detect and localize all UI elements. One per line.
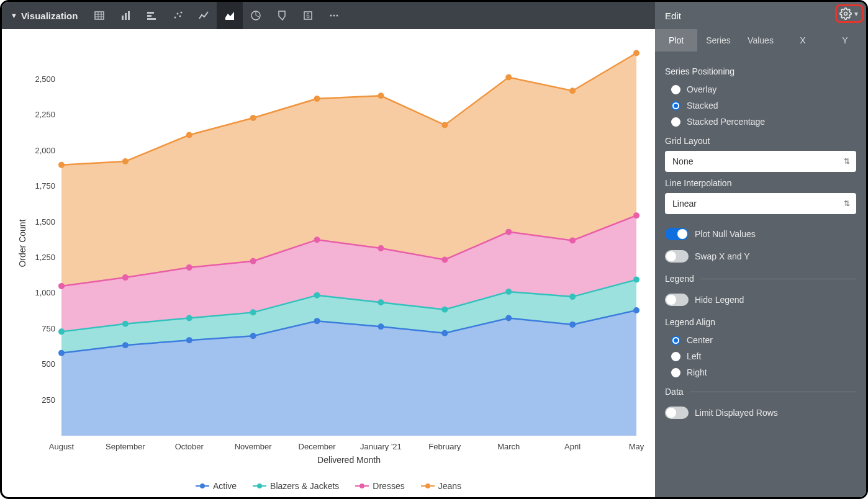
legend-align-right[interactable]: Right	[665, 364, 856, 380]
svg-point-49	[314, 236, 320, 243]
svg-text:May: May	[629, 442, 644, 451]
swap-xy-toggle[interactable]	[665, 250, 689, 263]
line-interpolation-select[interactable]: Linear ⇅	[665, 193, 856, 214]
legend-item-blazers-jackets[interactable]: Blazers & Jackets	[253, 481, 339, 491]
area-chart[interactable]: 2505007501,0001,2501,5001,7502,0002,2502…	[12, 35, 645, 476]
svg-text:1,000: 1,000	[35, 288, 55, 297]
svg-text:November: November	[235, 442, 273, 451]
svg-point-13	[179, 16, 181, 17]
svg-point-14	[181, 12, 183, 14]
series-pos-stacked[interactable]: Stacked	[665, 97, 856, 114]
hide-legend-toggle[interactable]	[665, 294, 689, 306]
svg-point-60	[377, 92, 384, 99]
svg-point-26	[122, 342, 129, 348]
edit-tab[interactable]: Edit	[655, 2, 866, 29]
radio-label: Left	[687, 351, 701, 361]
legend-align-left[interactable]: Left	[665, 348, 856, 364]
svg-text:February: February	[428, 442, 461, 451]
svg-point-11	[174, 17, 176, 19]
chart-legend: ActiveBlazers & JacketsDressesJeans	[12, 476, 645, 492]
tab-plot[interactable]: Plot	[655, 29, 697, 52]
svg-point-45	[58, 283, 65, 289]
svg-point-46	[122, 274, 129, 281]
series-pos-overlay[interactable]: Overlay	[665, 81, 856, 97]
chart-type-strip: 6	[86, 2, 347, 29]
legend-item-active[interactable]: Active	[196, 481, 237, 491]
svg-text:August: August	[49, 442, 75, 451]
limit-rows-toggle[interactable]	[665, 407, 689, 419]
chart-type-scatter-icon[interactable]	[165, 2, 191, 29]
svg-point-63	[569, 88, 576, 94]
svg-point-54	[633, 212, 640, 218]
svg-point-55	[58, 162, 65, 168]
svg-text:2,500: 2,500	[35, 74, 55, 84]
svg-text:April: April	[564, 442, 581, 451]
radio-icon	[671, 368, 680, 377]
svg-point-59	[314, 96, 320, 102]
svg-point-58	[250, 115, 256, 121]
chart-type-area-icon[interactable]	[217, 2, 243, 29]
svg-text:Delivered Month: Delivered Month	[317, 455, 381, 465]
line-interpolation-value: Linear	[672, 199, 697, 209]
select-chevron-icon: ⇅	[844, 157, 850, 166]
svg-marker-15	[225, 12, 234, 20]
legend-section-title: Legend	[665, 274, 856, 284]
legend-align-title: Legend Align	[665, 317, 856, 327]
plot-null-toggle[interactable]	[665, 228, 689, 240]
chevron-down-icon: ▼	[11, 12, 17, 19]
legend-swatch-icon	[355, 483, 369, 488]
svg-point-50	[377, 245, 384, 251]
radio-label: Overlay	[687, 84, 717, 94]
radio-icon	[671, 336, 680, 345]
radio-icon	[671, 352, 680, 361]
svg-point-27	[186, 337, 192, 343]
radio-icon	[671, 117, 680, 127]
chart-type-line-icon[interactable]	[191, 2, 217, 29]
svg-point-24	[844, 12, 848, 16]
visualization-header[interactable]: ▼ Visualization	[2, 11, 86, 21]
chart-type-map-icon[interactable]	[269, 2, 295, 29]
legend-label: Active	[213, 481, 237, 491]
legend-align-center[interactable]: Center	[665, 332, 856, 348]
chart-type-table-icon[interactable]	[86, 2, 112, 29]
chart-type-bar-icon[interactable]	[138, 2, 165, 29]
svg-point-41	[441, 307, 448, 313]
tab-x[interactable]: X	[782, 29, 824, 52]
tab-series[interactable]: Series	[697, 29, 739, 52]
svg-point-39	[314, 292, 320, 299]
chart-type-column-icon[interactable]	[112, 2, 138, 29]
radio-label: Stacked	[687, 101, 718, 110]
svg-text:6: 6	[307, 12, 310, 19]
tab-y[interactable]: Y	[824, 29, 866, 52]
svg-point-38	[250, 309, 256, 315]
grid-layout-select[interactable]: None ⇅	[665, 151, 856, 172]
svg-point-29	[314, 318, 320, 324]
svg-point-32	[505, 315, 512, 321]
settings-gear-button[interactable]: ▼	[835, 4, 864, 23]
series-pos-stacked-percentage[interactable]: Stacked Percentage	[665, 114, 856, 130]
grid-layout-title: Grid Layout	[665, 136, 856, 146]
legend-item-jeans[interactable]: Jeans	[421, 481, 461, 491]
svg-line-18	[256, 16, 259, 17]
svg-point-12	[177, 13, 179, 15]
legend-item-dresses[interactable]: Dresses	[355, 481, 404, 491]
legend-swatch-icon	[253, 483, 266, 488]
chart-pane: 2505007501,0001,2501,5001,7502,0002,2502…	[2, 29, 655, 497]
chart-type-timeline-icon[interactable]	[243, 2, 269, 29]
chart-type-more-icon[interactable]	[321, 2, 347, 29]
svg-point-53	[569, 237, 576, 243]
radio-label: Stacked Percentage	[687, 117, 765, 127]
svg-point-61	[441, 122, 448, 128]
svg-text:September: September	[106, 442, 145, 451]
tab-values[interactable]: Values	[739, 29, 782, 52]
svg-rect-6	[125, 13, 127, 20]
svg-point-35	[58, 328, 65, 335]
legend-label: Dresses	[373, 481, 404, 491]
plot-null-label: Plot Null Values	[695, 229, 756, 239]
svg-point-31	[441, 330, 448, 336]
svg-point-52	[505, 229, 512, 235]
svg-point-57	[186, 132, 192, 138]
chart-type-single-value-icon[interactable]: 6	[295, 2, 321, 29]
radio-label: Center	[687, 335, 713, 345]
svg-text:750: 750	[42, 324, 55, 333]
